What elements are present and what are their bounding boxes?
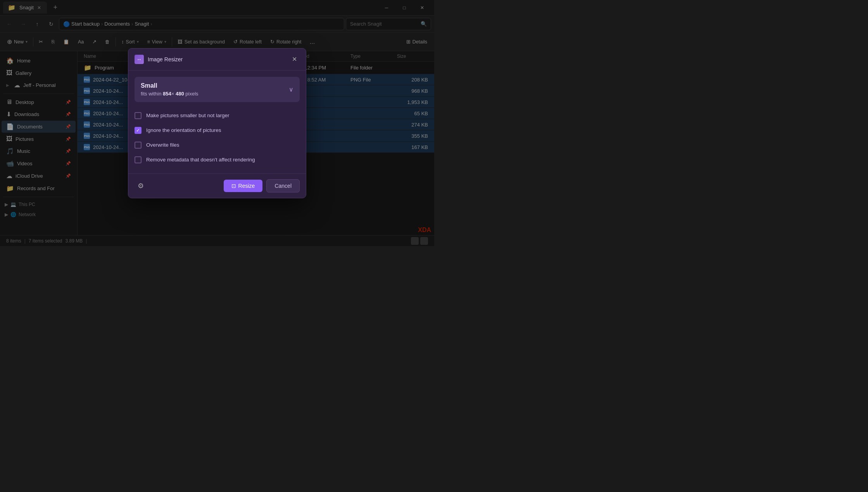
resize-button[interactable]: ⊡ Resize [224, 180, 263, 192]
checkbox-label-overwrite: Overwrite files [146, 142, 179, 148]
dialog-title-bar: ↔ Image Resizer ✕ [128, 49, 306, 71]
checkbox-label-smaller: Make pictures smaller but not larger [146, 113, 230, 118]
cancel-button[interactable]: Cancel [266, 179, 300, 192]
dialog-footer: ⚙ ⊡ Resize Cancel [128, 173, 306, 198]
cancel-label: Cancel [274, 183, 292, 189]
dialog-body: Small fits within 854× 480 pixels ∨ Make… [128, 71, 306, 173]
size-desc-prefix: fits within [141, 91, 163, 97]
settings-button[interactable]: ⚙ [135, 180, 147, 192]
size-x: × [171, 91, 174, 97]
resize-icon: ⊡ [231, 183, 236, 189]
resize-label: Resize [238, 183, 255, 189]
checkbox-smaller[interactable]: Make pictures smaller but not larger [135, 108, 300, 123]
size-description: fits within 854× 480 pixels [141, 91, 289, 97]
checkbox-metadata[interactable]: Remove metadata that doesn't affect rend… [135, 152, 300, 167]
checkbox-box-overwrite[interactable] [135, 142, 142, 149]
size-height: 480 [176, 91, 184, 97]
dialog-title-icon: ↔ [135, 55, 144, 64]
checkbox-orientation[interactable]: ✓ Ignore the orientation of pictures [135, 123, 300, 138]
check-icon-orientation: ✓ [136, 128, 140, 133]
checkbox-box-smaller[interactable] [135, 112, 142, 119]
checkbox-overwrite[interactable]: Overwrite files [135, 138, 300, 152]
size-chevron-icon: ∨ [289, 86, 293, 93]
resize-app-icon: ↔ [136, 56, 142, 62]
dialog-overlay: ↔ Image Resizer ✕ Small fits within 854×… [0, 0, 434, 246]
size-info: Small fits within 854× 480 pixels [141, 82, 289, 97]
checkbox-box-metadata[interactable] [135, 156, 142, 163]
size-width: 854 [163, 91, 171, 97]
checkbox-label-metadata: Remove metadata that doesn't affect rend… [146, 157, 255, 163]
size-name: Small [141, 82, 289, 89]
image-resizer-dialog: ↔ Image Resizer ✕ Small fits within 854×… [128, 48, 306, 198]
size-suffix: pixels [184, 91, 198, 97]
checkbox-label-orientation: Ignore the orientation of pictures [146, 127, 221, 133]
checkbox-box-orientation[interactable]: ✓ [135, 127, 142, 134]
size-selector[interactable]: Small fits within 854× 480 pixels ∨ [135, 77, 300, 102]
dialog-close-button[interactable]: ✕ [289, 54, 300, 65]
dialog-title: Image Resizer [148, 56, 183, 62]
